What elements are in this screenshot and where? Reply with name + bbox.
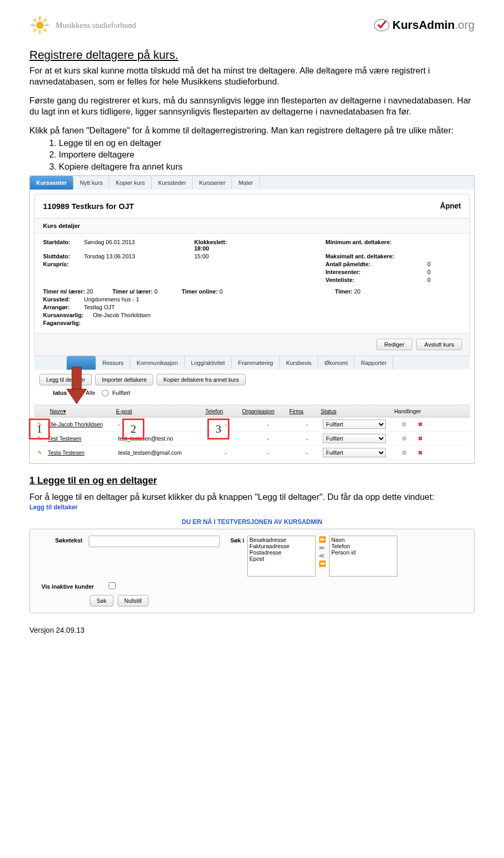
- avslutt-button[interactable]: Avslutt kurs: [416, 339, 462, 350]
- label-soki: Søk i: [223, 536, 244, 543]
- participant-email: testa_testsen@gmail.com: [118, 449, 207, 456]
- tab-kommunikasjon[interactable]: Kommunikasjon: [130, 356, 184, 370]
- value-interesenter: 0: [415, 269, 430, 275]
- callout-1: 1: [29, 418, 50, 440]
- th-handlinger: Handlinger: [394, 408, 442, 414]
- label-interesenter: Interesenter:: [326, 269, 415, 275]
- svg-point-0: [36, 22, 44, 29]
- participant-firma: -: [291, 449, 323, 456]
- th-organisasjon[interactable]: Organisasjon: [242, 408, 289, 414]
- th-epost[interactable]: E-post: [116, 408, 205, 414]
- svg-marker-11: [67, 389, 87, 404]
- delete-icon[interactable]: ✖: [412, 435, 428, 442]
- vis-inaktive-checkbox[interactable]: [109, 582, 116, 589]
- participant-tel: -: [207, 449, 244, 456]
- participant-table-header: Navn▾ E-post Telefon Organisasjon Firma …: [34, 405, 470, 417]
- list-item: Importere deltagere: [59, 149, 475, 160]
- search-fields-left-list[interactable]: BesøkadresseFakturaadressePostadresseEpo…: [247, 536, 316, 577]
- th-navn[interactable]: Navn▾: [37, 408, 116, 414]
- sok-button[interactable]: Søk: [90, 595, 113, 606]
- brand-left-text: Musikkens studieforbund: [56, 21, 136, 30]
- participant-name[interactable]: Testa Testesen: [48, 449, 118, 456]
- th-firma[interactable]: Firma: [289, 408, 321, 414]
- status-select[interactable]: Fullført: [323, 434, 386, 443]
- svg-line-6: [44, 29, 46, 32]
- screenshot-course-panel: Kurssenter Nytt kurs Kopier kurs Kursste…: [29, 175, 475, 464]
- status-select[interactable]: Fullført: [323, 420, 386, 429]
- participant-org: -: [244, 421, 291, 427]
- tab-kurssenter[interactable]: Kurssenter: [30, 176, 74, 190]
- tab-rapporter[interactable]: Rapporter: [354, 356, 393, 370]
- label-kurspris: Kurspris:: [43, 261, 84, 267]
- delete-icon[interactable]: ✖: [412, 449, 428, 456]
- value-pameldte: 0: [415, 261, 430, 267]
- gear-icon[interactable]: ⚙: [396, 421, 412, 427]
- value-sluttdato: Torsdag 13.06.2013: [84, 253, 194, 259]
- label-arranger: Arrangør:: [43, 304, 84, 310]
- label-soketekst: Søketekst: [37, 536, 86, 543]
- value-venteliste: 0: [415, 277, 430, 283]
- label-klokkeslett: Klokkeslett: 18:00: [194, 239, 242, 252]
- value-kursansvarlig: Ole-Jacob Thorkildsen: [93, 312, 203, 318]
- delete-icon[interactable]: ✖: [412, 421, 428, 427]
- tab-maler[interactable]: Maler: [232, 176, 260, 190]
- value-kurssted: Ungdommens hus - 1: [84, 296, 194, 302]
- document-header: Musikkens studieforbund KursAdmin.org: [29, 15, 475, 36]
- callout-2: 2: [122, 418, 144, 440]
- value-startdato: Søndag 06.01.2013: [84, 239, 194, 252]
- importer-deltakere-button[interactable]: Importer deltakere: [95, 374, 153, 385]
- tab-kopier-kurs[interactable]: Kopier kurs: [109, 176, 152, 190]
- tab-logg[interactable]: Logg/aktivitet: [185, 356, 232, 370]
- method-list: Legge til en og en deltager Importere de…: [59, 137, 475, 172]
- nullstill-button[interactable]: Nullstill: [118, 595, 149, 606]
- list-move-buttons: ⏩ ≫ ≪ ⏪: [319, 536, 326, 567]
- move-all-left-icon[interactable]: ⏪: [319, 560, 326, 567]
- status-select[interactable]: Fullført: [323, 448, 386, 457]
- search-fields-right-list[interactable]: NavnTelefonPerson id: [329, 536, 397, 577]
- dialog-title: Legg til deltaker: [29, 504, 475, 511]
- participant-org: -: [244, 435, 291, 442]
- tab-frammotereg[interactable]: Frammøtereg: [232, 356, 280, 370]
- gear-icon[interactable]: ⚙: [396, 449, 412, 456]
- callout-3: 3: [207, 418, 229, 440]
- tab-nytt-kurs[interactable]: Nytt kurs: [74, 176, 109, 190]
- rediger-button[interactable]: Rediger: [376, 339, 413, 350]
- tab-kursbevis[interactable]: Kursbevis: [280, 356, 318, 370]
- tab-kursserier[interactable]: Kursserier: [193, 176, 232, 190]
- th-status[interactable]: Status: [321, 408, 394, 414]
- kopier-deltakere-button[interactable]: Kopier deltakere fra annet kurs: [156, 374, 246, 385]
- section-label: Kurs detaljer: [35, 218, 469, 234]
- move-left-icon[interactable]: ≪: [319, 552, 326, 559]
- participant-name[interactable]: Test Testesen: [48, 435, 118, 442]
- red-arrow-icon: [65, 366, 89, 407]
- details-grid: Startdato: Søndag 06.01.2013 Klokkeslett…: [35, 234, 469, 333]
- brand-right-text: KursAdmin.org: [393, 18, 475, 32]
- course-status: Åpnet: [440, 202, 461, 210]
- course-title: 110989 Testkurs for OJT: [43, 202, 134, 211]
- test-version-banner: DU ER NÅ I TESTVERSJONEN AV KURSADMIN: [29, 518, 475, 526]
- value-arranger: Testlag OJT: [84, 304, 194, 310]
- table-row: ✎Ole-Jacob Thorkildsen----Fullført⚙✖: [34, 417, 470, 432]
- th-telefon[interactable]: Telefon: [205, 408, 242, 414]
- status-filter-row: tatus Alle Fullført: [30, 388, 474, 402]
- label-fagansvarlig: Fagansvarlig:: [43, 320, 93, 326]
- gear-icon[interactable]: ⚙: [396, 435, 412, 442]
- svg-line-8: [34, 29, 36, 32]
- tab-okonomi[interactable]: Økonomi: [318, 356, 354, 370]
- participant-name[interactable]: Ole-Jacob Thorkildsen: [48, 421, 118, 427]
- page-title: Registrere deltagere på kurs.: [29, 48, 475, 62]
- radio-fullfort[interactable]: [102, 390, 109, 396]
- table-row: ✎Testa Testesentesta_testsen@gmail.com--…: [34, 446, 470, 460]
- paragraph-3: Klikk på fanen "Deltagere" for å komme t…: [29, 125, 475, 136]
- screenshot-add-participant: Legg til deltaker DU ER NÅ I TESTVERSJON…: [29, 504, 475, 613]
- tab-kurssteder[interactable]: Kurssteder: [152, 176, 193, 190]
- soketekst-input[interactable]: [89, 536, 220, 547]
- tab-ressurs[interactable]: Ressurs: [96, 356, 130, 370]
- paragraph-4: For å legge til en deltager på kurset kl…: [29, 491, 475, 503]
- value-klokkeslett2: 15:00: [194, 253, 242, 259]
- edit-icon[interactable]: ✎: [37, 449, 48, 456]
- move-all-right-icon[interactable]: ⏩: [319, 536, 326, 543]
- move-right-icon[interactable]: ≫: [319, 544, 326, 551]
- version-footer: Versjon 24.09.13: [29, 626, 475, 634]
- svg-line-7: [44, 19, 46, 22]
